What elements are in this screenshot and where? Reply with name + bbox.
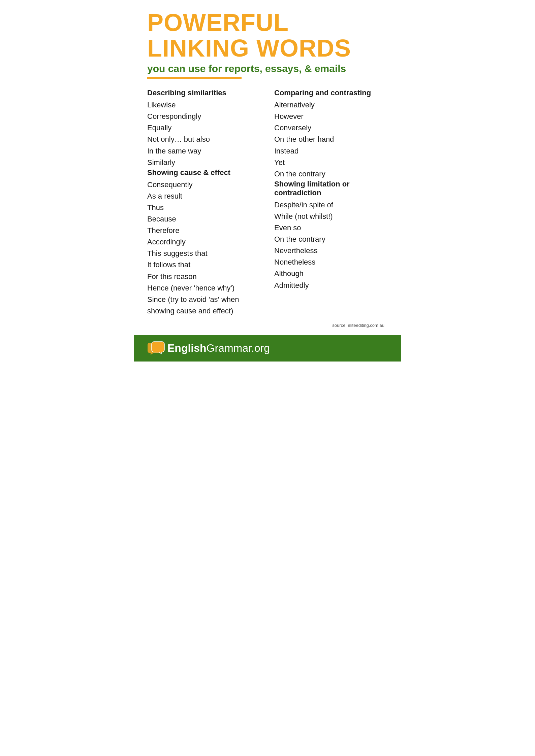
- list-item: Correspondingly: [147, 111, 261, 122]
- source-attribution: source: eliteediting.com.au: [147, 323, 388, 328]
- list-item: However: [274, 111, 388, 122]
- list-item: On the contrary: [274, 234, 388, 245]
- list-item: Thus: [147, 202, 261, 213]
- section-heading-limitation: Showing limitation or contradiction: [274, 180, 388, 197]
- list-item: Instead: [274, 145, 388, 157]
- list-item: Equally: [147, 122, 261, 134]
- list-item: Yet: [274, 157, 388, 168]
- list-item: Nonetheless: [274, 256, 388, 268]
- main-title: POWERFUL LINKING WORDS: [147, 10, 388, 61]
- section-describing-similarities: Describing similarities Likewise Corresp…: [147, 89, 261, 168]
- list-item: Nevertheless: [274, 245, 388, 256]
- list-item: It follows that: [147, 259, 261, 271]
- footer-brand-text: EnglishGrammar.org: [167, 342, 270, 354]
- list-item: In the same way: [147, 145, 261, 157]
- left-column: Describing similarities Likewise Corresp…: [147, 89, 261, 317]
- list-item: Alternatively: [274, 99, 388, 111]
- list-item: Similarly: [147, 157, 261, 168]
- list-item: Because: [147, 213, 261, 225]
- section-heading-comparing: Comparing and contrasting: [274, 89, 388, 97]
- brand-english: English: [167, 342, 207, 354]
- list-item: On the contrary: [274, 168, 388, 180]
- list-item: Accordingly: [147, 236, 261, 248]
- list-item: Even so: [274, 222, 388, 234]
- list-item: Since (try to avoid 'as' when showing ca…: [147, 294, 261, 317]
- section-heading-similarities: Describing similarities: [147, 89, 261, 97]
- list-item: For this reason: [147, 271, 261, 282]
- list-item: Conversely: [274, 122, 388, 134]
- list-item: Although: [274, 268, 388, 279]
- list-item: On the other hand: [274, 134, 388, 145]
- list-item: Consequently: [147, 179, 261, 191]
- list-item: Despite/in spite of: [274, 199, 388, 211]
- list-item: Not only… but also: [147, 134, 261, 145]
- page: POWERFUL LINKING WORDS you can use for r…: [134, 0, 401, 378]
- content-columns: Describing similarities Likewise Corresp…: [147, 89, 388, 317]
- orange-divider: [147, 77, 242, 79]
- list-item: Likewise: [147, 99, 261, 111]
- list-item: Admittedly: [274, 280, 388, 291]
- list-item: Hence (never 'hence why'): [147, 282, 261, 294]
- section-comparing-contrasting: Comparing and contrasting Alternatively …: [274, 89, 388, 180]
- section-cause-effect: Showing cause & effect Consequently As a…: [147, 168, 261, 317]
- footer: EnglishGrammar.org: [134, 335, 401, 362]
- list-item: As a result: [147, 191, 261, 202]
- subtitle: you can use for reports, essays, & email…: [147, 63, 388, 74]
- section-heading-cause-effect: Showing cause & effect: [147, 168, 261, 177]
- list-item: This suggests that: [147, 248, 261, 259]
- logo-icon: [147, 341, 165, 355]
- section-limitation-contradiction: Showing limitation or contradiction Desp…: [274, 180, 388, 291]
- right-column: Comparing and contrasting Alternatively …: [274, 89, 388, 317]
- brand-grammar: Grammar.org: [207, 342, 270, 354]
- list-item: Therefore: [147, 225, 261, 236]
- footer-logo: EnglishGrammar.org: [147, 341, 270, 355]
- list-item: While (not whilst!): [274, 211, 388, 222]
